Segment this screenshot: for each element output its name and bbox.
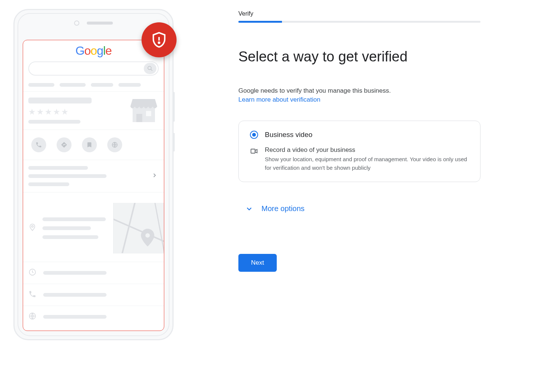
svg-point-0 bbox=[148, 66, 151, 70]
svg-point-7 bbox=[32, 226, 34, 227]
location-pin-icon bbox=[28, 223, 37, 233]
shield-alert-icon bbox=[142, 22, 177, 57]
step-label: Verify bbox=[238, 10, 480, 17]
map-thumbnail bbox=[113, 203, 164, 254]
phone-camera-icon bbox=[74, 20, 79, 26]
svg-marker-3 bbox=[130, 99, 157, 106]
phone-frame: Google ★★★★★ bbox=[13, 9, 174, 340]
svg-rect-2 bbox=[133, 106, 155, 122]
description: Google needs to verify that you manage t… bbox=[238, 87, 480, 95]
svg-point-12 bbox=[145, 233, 150, 238]
svg-rect-5 bbox=[136, 114, 142, 122]
option-label: Business video bbox=[265, 131, 312, 139]
svg-point-16 bbox=[158, 42, 159, 43]
illustration-panel: Google ★★★★★ bbox=[0, 0, 201, 392]
progress-bar bbox=[238, 21, 480, 23]
phone-icon bbox=[28, 290, 37, 300]
radio-selected-icon[interactable] bbox=[250, 131, 258, 139]
globe-icon bbox=[28, 312, 37, 322]
phone-screen: Google ★★★★★ bbox=[23, 40, 164, 331]
page-title: Select a way to get verified bbox=[238, 49, 480, 65]
svg-rect-4 bbox=[146, 111, 151, 116]
verification-panel: Verify Select a way to get verified Goog… bbox=[238, 0, 499, 392]
phone-icon bbox=[31, 137, 46, 152]
option-detail-text: Show your location, equipment and proof … bbox=[265, 155, 469, 172]
option-detail-title: Record a video of your business bbox=[265, 146, 469, 154]
phone-side-button bbox=[173, 92, 175, 122]
globe-icon bbox=[107, 137, 122, 152]
more-options-label: More options bbox=[261, 204, 305, 213]
directions-icon bbox=[57, 137, 72, 152]
chevron-right-icon bbox=[151, 172, 158, 180]
verification-option-card[interactable]: Business video Record a video of your bu… bbox=[238, 121, 480, 182]
clock-icon bbox=[28, 268, 37, 278]
search-icon bbox=[144, 63, 156, 74]
next-button[interactable]: Next bbox=[238, 254, 277, 272]
storefront-icon bbox=[129, 96, 159, 125]
video-camera-icon bbox=[250, 147, 258, 157]
more-options-toggle[interactable]: More options bbox=[238, 204, 480, 213]
learn-more-link[interactable]: Learn more about verification bbox=[238, 96, 320, 103]
phone-side-button bbox=[173, 133, 175, 152]
chevron-down-icon bbox=[245, 205, 253, 213]
svg-marker-18 bbox=[255, 149, 257, 153]
phone-speaker-icon bbox=[87, 22, 113, 25]
svg-line-1 bbox=[151, 69, 152, 71]
bookmark-icon bbox=[82, 137, 97, 152]
svg-rect-17 bbox=[251, 149, 255, 153]
search-bar bbox=[28, 61, 159, 76]
